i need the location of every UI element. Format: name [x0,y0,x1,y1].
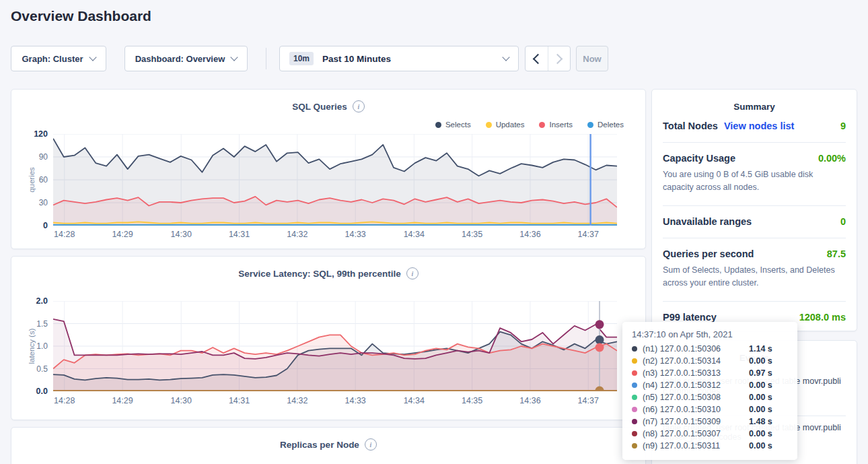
x-tick-label: 14:32 [287,396,308,405]
chevron-down-icon [89,53,96,61]
sql-queries-plot[interactable] [53,134,617,226]
legend-label: Deletes [598,121,624,129]
y-tick-label: 120 [34,129,48,139]
y-tick-label: 2.0 [36,296,48,306]
now-button[interactable]: Now [576,46,608,71]
graph-scope-label: Graph: Cluster [22,54,83,64]
x-tick-label: 14:31 [229,230,250,239]
tooltip-row: (n9) 127.0.0.1:503110.00 s [632,440,788,452]
info-icon[interactable]: i [406,267,419,279]
legend-item-selects[interactable]: Selects [435,121,471,129]
tooltip-node-address: (n5) 127.0.0.1:50308 [643,393,744,402]
view-nodes-list-link[interactable]: View nodes list [724,121,795,131]
chart-title-row: Service Latency: SQL, 99th percentile i [11,267,645,279]
y-tick-label: 1.0 [36,341,48,351]
x-tick-label: 14:32 [287,230,308,239]
page-title: Overview Dashboard [11,8,151,24]
legend-dot-icon [486,122,492,128]
tooltip-node-value: 0.00 s [749,405,772,414]
legend-label: Selects [445,121,471,129]
node-color-dot-icon [632,431,637,436]
overview-dashboard-page: Overview Dashboard Graph: Cluster Dashbo… [0,0,868,464]
info-icon[interactable]: i [365,438,377,451]
x-tick-label: 14:33 [345,230,366,239]
summary-value: 1208.0 ms [799,312,846,323]
x-tick-label: 14:34 [404,396,425,405]
legend-dot-icon [539,122,545,128]
tooltip-timestamp: 14:37:10 on Apr 5th, 2021 [632,329,788,339]
summary-row-total-nodes: Total Nodes View nodes list 9 [663,112,846,143]
tooltip-node-value: 0.97 s [749,368,772,378]
legend-label: Updates [496,121,525,129]
sql-queries-chart-card: SQL Queries i SelectsUpdatesInsertsDelet… [11,89,646,249]
chart-title-row: SQL Queries i [11,100,645,112]
dashboard-dropdown[interactable]: Dashboard: Overview [124,46,248,71]
time-range-dropdown[interactable]: 10m Past 10 Minutes [279,46,519,71]
chart-title: Replicas per Node [280,440,359,450]
tooltip-node-address: (n4) 127.0.0.1:50312 [643,380,744,390]
tooltip-node-value: 1.48 s [749,417,772,426]
chevron-down-icon [502,53,509,61]
graph-scope-dropdown[interactable]: Graph: Cluster [11,46,106,71]
legend-dot-icon [435,122,441,128]
y-tick-label: 60 [39,175,48,185]
chevron-right-icon [552,53,563,64]
summary-label: P99 latency [663,312,717,323]
tooltip-row: (n1) 127.0.0.1:503061.14 s [632,343,788,355]
tooltip-node-value: 0.00 s [749,429,772,438]
tooltip-node-value: 0.00 s [749,356,772,366]
summary-value: 87.5 [827,248,846,259]
x-tick-label: 14:37 [578,396,599,405]
toolbar-divider [266,48,266,69]
x-tick-label: 14:30 [171,230,192,239]
node-color-dot-icon [632,370,637,376]
y-axis-labels: 0.00.51.01.52.0 [11,301,48,391]
tooltip-rows: (n1) 127.0.0.1:503061.14 s(n2) 127.0.0.1… [632,343,788,452]
x-tick-label: 14:36 [519,230,540,239]
legend-item-updates[interactable]: Updates [486,121,525,129]
chevron-left-icon [532,53,543,64]
tooltip-row: (n3) 127.0.0.1:503130.97 s [632,367,788,379]
tooltip-node-value: 0.00 s [749,441,772,451]
node-color-dot-icon [632,407,637,412]
legend-item-inserts[interactable]: Inserts [539,121,573,129]
x-tick-label: 14:36 [519,396,540,405]
node-color-dot-icon [632,395,637,400]
tooltip-node-address: (n7) 127.0.0.1:50309 [643,417,744,426]
y-tick-label: 0 [43,221,48,230]
node-color-dot-icon [632,419,637,424]
service-latency-plot[interactable] [53,301,617,391]
info-icon[interactable]: i [353,100,365,112]
tooltip-node-address: (n8) 127.0.0.1:50307 [643,429,744,438]
summary-label: Capacity Usage [663,153,735,164]
tooltip-node-value: 0.00 s [749,380,772,390]
summary-value: 0 [840,216,846,227]
tooltip-node-value: 0.00 s [749,393,772,402]
time-next-button[interactable] [548,46,571,71]
replicas-per-node-chart-card: Replicas per Node i [11,427,646,464]
y-tick-label: 0.0 [36,387,48,396]
tooltip-row: (n4) 127.0.0.1:503120.00 s [632,379,788,391]
chart-legend: SelectsUpdatesInsertsDeletes [435,121,624,129]
service-latency-chart-card: Service Latency: SQL, 99th percentile i … [11,256,646,420]
summary-description: You are using 0 B of 4.5 GiB usable disk… [663,168,846,195]
time-prev-button[interactable] [526,46,548,71]
summary-label: Unavailable ranges [663,216,752,227]
x-tick-label: 14:35 [462,230,482,239]
summary-description: Sum of Selects, Updates, Inserts, and De… [663,264,846,290]
legend-label: Inserts [549,121,573,129]
tooltip-row: (n6) 127.0.0.1:503100.00 s [632,403,788,416]
chevron-down-icon [231,53,238,61]
tooltip-node-address: (n3) 127.0.0.1:50313 [643,368,744,378]
x-tick-label: 14:33 [345,396,366,405]
y-tick-label: 1.5 [36,319,48,329]
time-range-label: Past 10 Minutes [322,54,391,64]
x-tick-label: 14:31 [229,396,250,405]
y-axis-labels: 0306090120 [11,134,48,226]
y-tick-label: 30 [39,198,48,207]
tooltip-node-address: (n9) 127.0.0.1:50311 [643,441,744,451]
legend-dot-icon [587,122,593,128]
legend-item-deletes[interactable]: Deletes [587,121,624,129]
summary-row-unavailable-ranges: Unavailable ranges 0 [663,206,846,238]
tooltip-row: (n7) 127.0.0.1:503091.48 s [632,416,788,428]
